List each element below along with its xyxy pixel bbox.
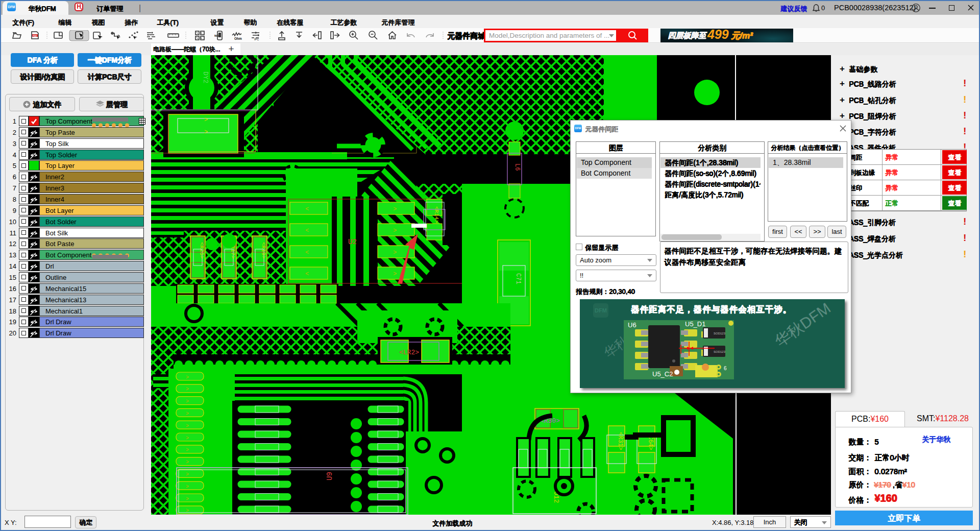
svg-text:>: > [186,472,189,477]
svg-text:<R14>: <R14> [433,206,439,223]
svg-text:U6: U6 [628,321,636,329]
svg-text:<R31>: <R31> [617,432,624,450]
svg-text:PDF: PDF [33,35,37,37]
svg-text:Ohm: Ohm [234,37,242,40]
svg-text:<R25>: <R25> [199,242,205,259]
svg-text:>: > [186,460,189,465]
svg-text:>: > [393,249,397,256]
svg-text:<: < [305,271,309,278]
svg-text:L6: L6 [513,163,521,171]
svg-text:>: > [393,271,397,278]
svg-text:>: > [186,387,189,392]
svg-text:>: > [204,129,208,136]
svg-text:<LR2>: <LR2> [399,349,419,356]
svg-text:C71: C71 [514,273,522,284]
svg-text:>: > [186,484,189,490]
svg-text:<: < [305,249,309,256]
svg-text:SOD123: SOD123 [714,332,726,335]
svg-text:<: < [305,227,309,234]
svg-text:NO: NO [214,34,219,37]
svg-text:>: > [186,375,189,380]
svg-text:>: > [186,411,189,417]
svg-text:IPC: IPC [254,38,259,41]
svg-text:>: > [204,116,208,124]
svg-text:>: > [186,399,189,404]
svg-text:6: 6 [724,366,727,371]
svg-text:DY2: DY2 [202,71,209,83]
svg-text:U5_C2: U5_C2 [652,370,673,378]
svg-text:U2: U2 [348,238,357,246]
svg-text:>: > [393,227,397,234]
svg-text:>: > [186,508,189,514]
svg-text:<: < [305,206,309,213]
svg-text:SOD123: SOD123 [714,350,726,353]
svg-text:>: > [186,423,189,429]
svg-text:>: > [186,496,189,502]
svg-text:U5_D1: U5_D1 [685,320,705,328]
svg-text:>: > [393,206,397,213]
svg-text:>: > [186,436,189,441]
svg-text:>: > [186,447,189,453]
svg-text:U9: U9 [326,472,334,480]
svg-text:<R19>: <R19> [260,242,266,259]
